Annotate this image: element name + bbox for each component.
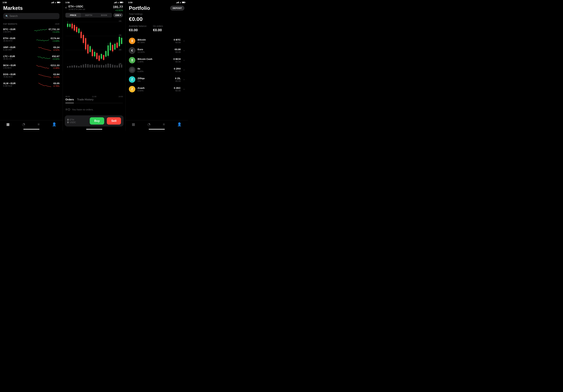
svg-rect-68 xyxy=(90,65,91,68)
svg-rect-81 xyxy=(119,64,120,68)
status-bar-chart: 3:58 ▲ xyxy=(63,0,126,4)
zrx-eur: €0.00 xyxy=(174,70,181,73)
bch-icon: ₿ xyxy=(129,57,135,63)
svg-rect-15 xyxy=(74,25,75,31)
status-icons-chart: ▲ xyxy=(114,1,123,3)
status-bar-markets: 3:58 ▲ xyxy=(0,0,63,4)
svg-rect-57 xyxy=(121,38,122,44)
nav-portfolio[interactable]: ◔ xyxy=(19,122,28,127)
timeframe-selector[interactable]: 15M ▾ xyxy=(113,13,123,17)
tab-price[interactable]: PRICE xyxy=(65,13,81,18)
market-pair-eos: EOS • EUR xyxy=(3,73,37,76)
market-volume-eth: 34.4k ETH xyxy=(3,40,35,42)
btc-chevron-icon: › xyxy=(184,39,184,42)
signal-icon xyxy=(51,2,54,3)
market-pair-btc: BTC • EUR xyxy=(3,28,33,31)
btc-name: Bitcoin xyxy=(138,38,171,41)
search-bar[interactable]: 🔍 xyxy=(3,13,59,19)
svg-rect-17 xyxy=(76,27,77,32)
status-time-portfolio: 3:59 xyxy=(128,1,132,4)
svg-rect-79 xyxy=(114,65,115,68)
btc-icon: ₿ xyxy=(129,38,135,44)
total-holdings-label: Total holdings xyxy=(129,13,184,15)
search-input[interactable] xyxy=(10,15,57,18)
svg-rect-35 xyxy=(96,53,97,59)
nav-portfolio-portfolio[interactable]: ◔ xyxy=(144,122,154,127)
market-price-ltc: €52.67 xyxy=(52,55,59,58)
bottom-nav-portfolio: ▦ ◔ ≡ 👤 xyxy=(126,120,188,128)
svg-rect-64 xyxy=(80,65,82,68)
chart-tabs: PRICE DEPTH BOOK 15M ▾ xyxy=(63,13,126,19)
svg-rect-69 xyxy=(92,64,93,68)
eth-balance-value: 0 xyxy=(67,118,69,121)
orders-tab[interactable]: Orders xyxy=(65,98,74,103)
nav-portfolio-orders[interactable]: ≡ xyxy=(160,122,168,127)
svg-rect-11 xyxy=(69,24,71,27)
market-item-btc[interactable]: BTC • EUR 2.0k BTC €7,731.10 +3.22% xyxy=(0,26,63,35)
home-indicator-1 xyxy=(0,128,63,131)
eth-balance-row: 0 ETH xyxy=(67,118,87,121)
market-item-eos[interactable]: EOS • EUR 76.9k EOS €2.84 -3.10% xyxy=(0,71,63,80)
nav-portfolio-account[interactable]: 👤 xyxy=(174,122,185,127)
asset-item-eur[interactable]: € Euro 11.02% €0.00 €0.00 › xyxy=(129,46,184,55)
deposit-button[interactable]: DEPOSIT xyxy=(170,6,184,11)
bottom-nav-markets: ▦ ◔ ≡ 👤 xyxy=(0,120,63,128)
market-item-xrp[interactable]: XRP • EUR 5.1M XRP €0.24 -4.52% xyxy=(0,44,63,53)
zil-amount: 0 ZIL xyxy=(175,77,181,80)
market-price-eth: €174.44 xyxy=(51,37,59,40)
svg-rect-39 xyxy=(101,54,102,59)
sparkline-btc xyxy=(34,27,47,33)
asset-item-zrx[interactable]: 0x 0.00% 0 ZRX €0.00 › xyxy=(129,65,184,75)
svg-rect-82 xyxy=(121,64,122,68)
market-item-ltc[interactable]: LTC • EUR 30.4k LTC €52.67 +0.02% xyxy=(0,53,63,62)
orders-nav-icon: ≡ xyxy=(38,122,40,126)
eur-amount: €0.00 xyxy=(175,48,181,51)
market-change-xrp: -4.52% xyxy=(53,49,59,51)
portfolio-header: Portfolio DEPOSIT xyxy=(126,4,188,13)
trade-history-tab[interactable]: Trade History xyxy=(77,98,93,102)
buy-button[interactable]: Buy xyxy=(90,117,104,124)
nav-orders[interactable]: ≡ xyxy=(34,122,43,127)
asset-item-zec[interactable]: Z Zcash 0.00% 0 ZEC €0.00 › xyxy=(129,84,184,94)
market-change-btc: +3.22% xyxy=(49,31,59,33)
market-item-bch[interactable]: BCH • EUR 2.5k BCH €211.33 -0.48% xyxy=(0,62,63,71)
chart-area: 194 192 190 188 xyxy=(63,19,126,95)
usdc-label: USDC xyxy=(70,121,76,123)
chart-xaxis: 08:00 11:00 14:00 xyxy=(63,95,126,98)
zec-amount: 0 ZEC xyxy=(174,86,181,89)
asset-item-zil[interactable]: Z Zilliqa 0% 0 ZIL €0.00 › xyxy=(129,75,184,84)
p-portfolio-nav-icon: ◔ xyxy=(147,122,151,126)
market-item-eth[interactable]: ETH • EUR 34.4k ETH €174.44 +3.69% xyxy=(0,35,63,44)
eur-name: Euro xyxy=(138,48,172,51)
svg-rect-43 xyxy=(105,51,106,57)
zec-name: Zcash xyxy=(138,86,172,89)
asset-item-bch[interactable]: ₿ Bitcoin Cash 1.40% 0 BCH €0.00 › xyxy=(129,55,184,65)
nav-markets[interactable]: ▦ xyxy=(3,122,13,127)
svg-rect-77 xyxy=(110,64,111,68)
bch-chevron-icon: › xyxy=(184,59,184,62)
no-orders-message: ≡⊙ You have no orders. xyxy=(65,105,123,114)
xaxis-label-1: 11:00 xyxy=(92,96,97,98)
status-bar-portfolio: 3:59 ▲ xyxy=(126,0,188,4)
nav-portfolio-markets[interactable]: ▦ xyxy=(128,122,138,127)
svg-rect-29 xyxy=(90,46,91,52)
wifi-icon-chart: ▲ xyxy=(117,1,119,3)
sparkline-xrp xyxy=(38,46,51,51)
24hr-label: 24HR xyxy=(55,23,59,25)
zec-chevron-icon: › xyxy=(184,88,184,91)
back-button[interactable]: ‹ xyxy=(65,5,66,10)
fiat-markets-label: FIAT MARKETS xyxy=(3,23,17,25)
tab-depth[interactable]: DEPTH xyxy=(81,13,96,18)
market-item-xlm[interactable]: XLM • EUR 6.3M XLM €0.05 -3.78% xyxy=(0,80,63,89)
nav-account[interactable]: 👤 xyxy=(49,122,60,127)
status-icons-markets: ▲ xyxy=(51,1,60,3)
asset-item-btc[interactable]: ₿ Bitcoin 87.58% 0 BTC €0.00 › xyxy=(129,36,184,46)
svg-rect-45 xyxy=(107,45,109,56)
orders-section: Orders Trade History ≡⊙ You have no orde… xyxy=(63,98,126,114)
svg-rect-58 xyxy=(67,66,68,68)
sparkline-ltc xyxy=(38,55,51,60)
sell-button[interactable]: Sell xyxy=(107,117,121,124)
eur-icon: € xyxy=(129,47,135,54)
home-indicator-2 xyxy=(63,128,126,131)
tab-book[interactable]: BOOK xyxy=(96,13,112,18)
